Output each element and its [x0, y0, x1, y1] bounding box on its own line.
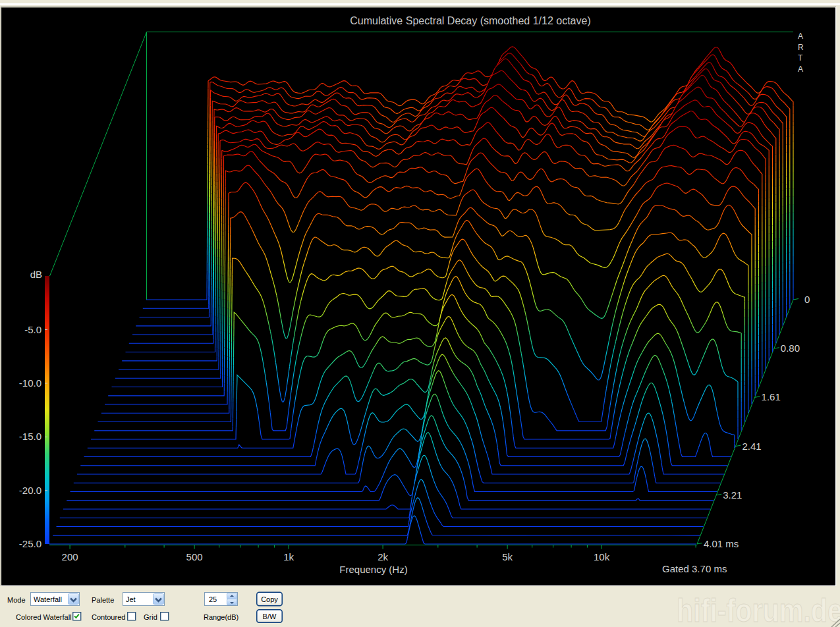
svg-text:-20.0: -20.0 [19, 485, 42, 496]
svg-text:-10.0: -10.0 [19, 377, 42, 389]
svg-text:0.80: 0.80 [781, 342, 800, 354]
svg-text:200: 200 [62, 551, 78, 562]
svg-text:A: A [798, 32, 803, 41]
svg-text:hifi-forum.de: hifi-forum.de [677, 592, 840, 627]
svg-text:Jet: Jet [126, 595, 136, 603]
svg-text:Waterfall: Waterfall [34, 595, 62, 603]
svg-text:Cumulative Spectral Decay (smo: Cumulative Spectral Decay (smoothed 1/12… [350, 15, 591, 26]
svg-text:1.61: 1.61 [762, 391, 781, 402]
svg-text:Contoured: Contoured [92, 613, 125, 621]
svg-text:Palette: Palette [92, 596, 114, 604]
svg-text:2.41: 2.41 [742, 441, 761, 452]
svg-text:Grid: Grid [144, 613, 157, 621]
svg-text:B/W: B/W [263, 613, 277, 620]
svg-text:0: 0 [804, 294, 810, 305]
svg-text:25: 25 [209, 595, 217, 603]
svg-text:Mode: Mode [7, 596, 26, 604]
svg-text:-5.0: -5.0 [24, 324, 42, 335]
svg-text:dB: dB [30, 269, 42, 280]
svg-text:Gated 3.70 ms: Gated 3.70 ms [662, 563, 727, 574]
svg-text:-15.0: -15.0 [19, 431, 42, 442]
svg-text:Range(dB): Range(dB) [204, 613, 238, 621]
svg-text:10k: 10k [594, 551, 610, 562]
svg-text:Colored Waterfall: Colored Waterfall [16, 613, 72, 621]
svg-text:1k: 1k [283, 551, 294, 562]
svg-text:Copy: Copy [261, 595, 278, 603]
svg-text:T: T [798, 53, 803, 63]
svg-text:3.21: 3.21 [723, 489, 742, 501]
svg-text:-25.0: -25.0 [19, 538, 42, 549]
svg-text:Frequency (Hz): Frequency (Hz) [339, 564, 407, 575]
svg-text:4.01 ms: 4.01 ms [704, 538, 739, 549]
svg-text:5k: 5k [502, 551, 513, 562]
svg-text:2k: 2k [378, 551, 388, 562]
svg-text:500: 500 [186, 551, 203, 562]
svg-text:R: R [798, 43, 804, 52]
svg-text:A: A [798, 65, 803, 74]
